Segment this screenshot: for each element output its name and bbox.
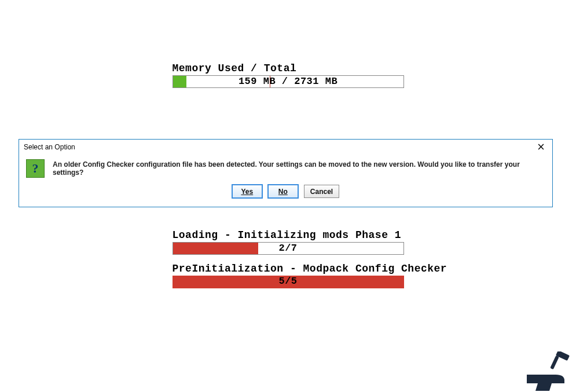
dialog-body: ? An older Config Checker configuration …	[19, 155, 552, 204]
preinit-label: PreInitialization - Modpack Config Check…	[173, 263, 404, 274]
yes-button[interactable]: Yes	[232, 185, 262, 198]
loading-progress-count: 2/7	[173, 243, 403, 254]
option-dialog: Select an Option ? An older Config Check…	[19, 139, 553, 207]
question-icon: ?	[26, 159, 45, 178]
close-icon	[538, 144, 544, 150]
loading-progress-bar: 2/7	[173, 242, 404, 255]
no-button[interactable]: No	[268, 185, 298, 198]
forge-icon	[524, 351, 576, 392]
preinit-progress-bar: 5/5	[173, 276, 404, 288]
dialog-close-button[interactable]	[534, 141, 548, 153]
dialog-title: Select an Option	[24, 143, 75, 151]
cancel-button[interactable]: Cancel	[304, 185, 339, 198]
dialog-message: An older Config Checker configuration fi…	[53, 160, 545, 177]
loading-label: Loading - Initializing mods Phase 1	[173, 229, 404, 241]
loading-progress-item: Loading - Initializing mods Phase 1 2/7	[173, 229, 404, 255]
memory-progress-bar: 159 MB / 2731 MB	[173, 75, 404, 88]
memory-label: Memory Used / Total	[173, 63, 404, 74]
progress-group: Loading - Initializing mods Phase 1 2/7 …	[173, 229, 404, 296]
memory-block: Memory Used / Total 159 MB / 2731 MB	[173, 63, 404, 88]
memory-progress-text: 159 MB / 2731 MB	[173, 76, 403, 87]
preinit-progress-count: 5/5	[173, 276, 404, 288]
dialog-button-row: Yes No Cancel	[26, 185, 545, 198]
preinit-progress-item: PreInitialization - Modpack Config Check…	[173, 263, 404, 288]
dialog-titlebar: Select an Option	[19, 140, 552, 155]
svg-rect-1	[550, 356, 559, 369]
